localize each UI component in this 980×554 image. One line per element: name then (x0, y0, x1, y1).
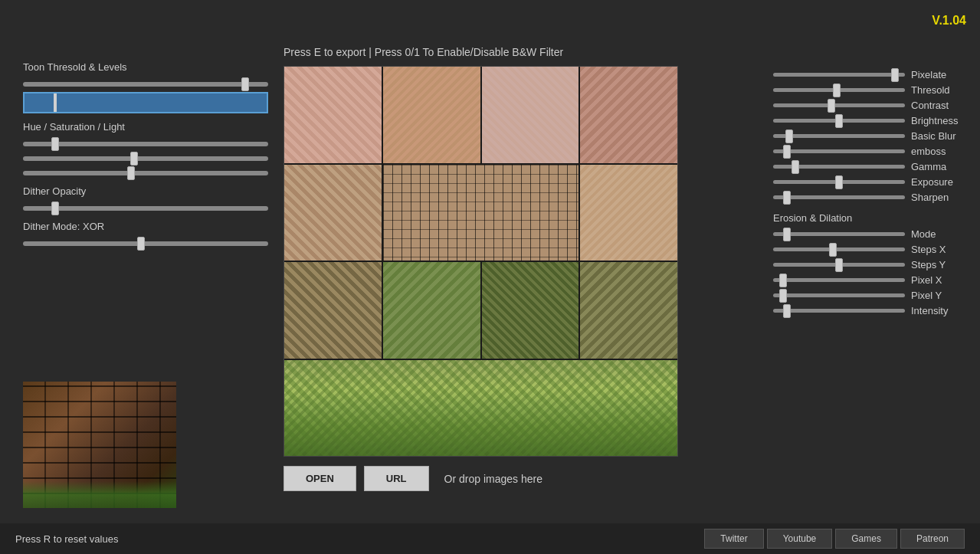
hue-slider[interactable] (23, 142, 268, 146)
erosion-title: Erosion & Dilation (773, 212, 972, 224)
patreon-button[interactable]: Patreon (900, 529, 965, 549)
erosion-intensity-label: Intensity (911, 305, 972, 316)
grid-cell-10 (383, 262, 480, 359)
dither-opacity-label: Dither Opacity (23, 185, 268, 197)
version-label: V.1.04 (932, 14, 966, 28)
slider-row-pixelate: Pixelate (773, 69, 972, 80)
hsl-label: Hue / Saturation / Light (23, 121, 268, 133)
grid-cell-3 (482, 67, 579, 163)
slider-row-thresold: Thresold (773, 84, 972, 96)
url-button[interactable]: URL (364, 466, 429, 491)
thresold-label: Thresold (911, 84, 972, 96)
erosion-steps-x-label: Steps X (911, 244, 972, 255)
grid-cell-8 (580, 165, 677, 261)
bottom-bar: Press R to reset values TwitterYoutubeGa… (0, 523, 980, 554)
erosion-pixel-x-label: Pixel X (911, 274, 972, 286)
social-links: TwitterYoutubeGamesPatreon (704, 529, 965, 549)
grid-cell-6 (383, 165, 579, 261)
dither-mode-section: Dither Mode: XOR (23, 221, 268, 248)
erosion-steps-x-slider[interactable] (773, 247, 905, 251)
reset-text: Press R to reset values (15, 533, 118, 545)
dither-mode-label: Dither Mode: XOR (23, 221, 268, 232)
saturation-slider[interactable] (23, 156, 268, 161)
effects-sliders: PixelateThresoldContrastBrightnessBasic … (773, 69, 972, 203)
erosion-slider-row-pixel-y: Pixel Y (773, 290, 972, 301)
dither-mode-slider[interactable] (23, 241, 268, 246)
brick-preview (23, 382, 176, 508)
erosion-mode-slider[interactable] (773, 232, 905, 236)
grid-cell-11 (482, 262, 579, 359)
image-grid[interactable] (284, 66, 678, 457)
grid-cell-5 (284, 165, 382, 261)
contrast-slider[interactable] (773, 103, 905, 107)
brightness-slider[interactable] (773, 119, 905, 123)
slider-row-basic-blur: Basic Blur (773, 130, 972, 142)
grid-cell-2 (383, 67, 480, 163)
preview-image (23, 382, 176, 508)
hue-slider-container (23, 137, 268, 149)
erosion-sliders: ModeSteps XSteps YPixel XPixel YIntensit… (773, 228, 972, 316)
dither-mode-slider-container (23, 237, 268, 248)
erosion-slider-row-pixel-x: Pixel X (773, 274, 972, 286)
light-slider-container (23, 166, 268, 178)
basic-blur-slider[interactable] (773, 134, 905, 138)
pixelate-label: Pixelate (911, 69, 972, 80)
toon-levels-display (23, 92, 268, 113)
dither-opacity-section: Dither Opacity (23, 185, 268, 213)
canvas-area: Press E to export | Press 0/1 To Enable/… (284, 46, 682, 491)
erosion-pixel-y-label: Pixel Y (911, 290, 972, 301)
slider-row-emboss: emboss (773, 146, 972, 157)
open-button[interactable]: OPEN (284, 466, 356, 491)
slider-row-sharpen: Sharpen (773, 192, 972, 203)
hsl-section: Hue / Saturation / Light (23, 121, 268, 178)
erosion-steps-y-label: Steps Y (911, 259, 972, 270)
basic-blur-label: Basic Blur (911, 130, 972, 142)
slider-row-contrast: Contrast (773, 100, 972, 111)
erosion-steps-y-slider[interactable] (773, 263, 905, 267)
games-button[interactable]: Games (835, 529, 897, 549)
toon-threshold-slider-container (23, 77, 268, 89)
left-panel: Toon Thresold & Levels Hue / Saturation … (23, 54, 268, 251)
erosion-slider-row-steps-x: Steps X (773, 244, 972, 255)
instruction-text: Press E to export | Press 0/1 To Enable/… (284, 46, 682, 58)
dither-opacity-slider-container (23, 202, 268, 213)
grid-cell-13 (284, 360, 677, 457)
erosion-slider-row-steps-y: Steps Y (773, 259, 972, 270)
thresold-slider[interactable] (773, 88, 905, 92)
brightness-label: Brightness (911, 115, 972, 126)
erosion-intensity-slider[interactable] (773, 309, 905, 313)
emboss-label: emboss (911, 146, 972, 157)
drop-text: Or drop images here (444, 473, 542, 485)
erosion-pixel-y-slider[interactable] (773, 293, 905, 297)
right-panel: PixelateThresoldContrastBrightnessBasic … (773, 69, 972, 320)
pixelate-slider[interactable] (773, 73, 905, 77)
toon-label: Toon Thresold & Levels (23, 61, 268, 73)
light-slider[interactable] (23, 171, 268, 175)
contrast-label: Contrast (911, 100, 972, 111)
youtube-button[interactable]: Youtube (767, 529, 833, 549)
erosion-slider-row-mode: Mode (773, 228, 972, 240)
erosion-slider-row-intensity: Intensity (773, 305, 972, 316)
gamma-label: Gamma (911, 161, 972, 172)
twitter-button[interactable]: Twitter (704, 529, 763, 549)
grid-cell-1 (284, 67, 382, 163)
dither-opacity-slider[interactable] (23, 206, 268, 211)
gamma-slider[interactable] (773, 165, 905, 169)
slider-row-brightness: Brightness (773, 115, 972, 126)
exposure-label: Exposure (911, 176, 972, 188)
erosion-pixel-x-slider[interactable] (773, 278, 905, 282)
slider-row-exposure: Exposure (773, 176, 972, 188)
grid-cell-9 (284, 262, 382, 359)
exposure-slider[interactable] (773, 180, 905, 184)
sharpen-slider[interactable] (773, 195, 905, 199)
saturation-slider-container (23, 152, 268, 163)
erosion-mode-label: Mode (911, 228, 972, 240)
toon-threshold-slider[interactable] (23, 82, 268, 87)
emboss-slider[interactable] (773, 149, 905, 153)
grid-cell-12 (580, 262, 677, 359)
slider-row-gamma: Gamma (773, 161, 972, 172)
sharpen-label: Sharpen (911, 192, 972, 203)
toon-section: Toon Thresold & Levels (23, 61, 268, 113)
grid-cell-4 (580, 67, 677, 163)
drop-row: OPEN URL Or drop images here (284, 466, 682, 491)
